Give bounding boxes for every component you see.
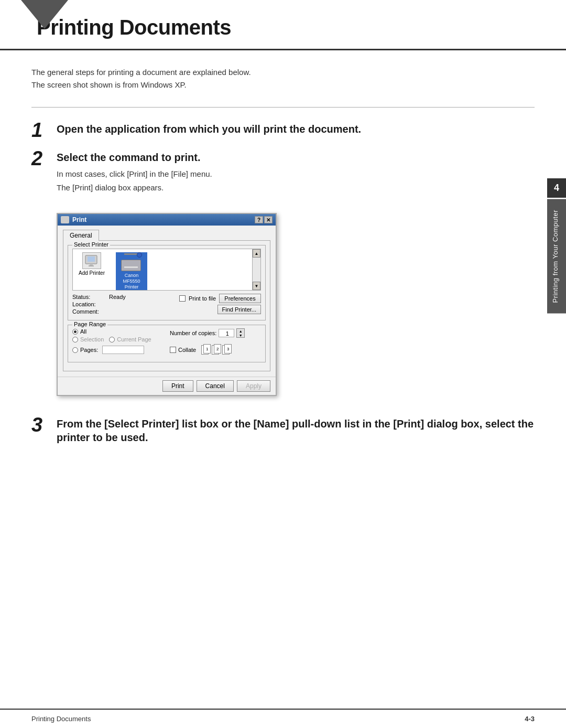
selection-current-row: Selection Current Page [72, 336, 164, 344]
header-triangle-decoration [21, 0, 68, 29]
dialog-titlebar: Print ? ✕ [58, 214, 276, 226]
all-radio[interactable] [72, 329, 78, 335]
print-to-file-label: Print to file [189, 295, 216, 302]
collate-page-6: 3 [224, 344, 232, 354]
location-line: Location: [72, 301, 175, 307]
titlebar-left: Print [61, 216, 86, 223]
page-range-right: Number of copies: 1 ▲ ▼ Collate [170, 328, 261, 358]
preferences-button[interactable]: Preferences [219, 294, 261, 303]
selection-radio[interactable] [72, 337, 78, 342]
current-page-radio-row: Current Page [109, 336, 151, 342]
page-header: Printing Documents [0, 0, 566, 50]
pages-radio-row: Pages: [72, 346, 164, 354]
step-2-heading: Select the command to print. [57, 151, 535, 164]
spin-down[interactable]: ▼ [237, 333, 244, 337]
step-2-number: 2 [31, 148, 57, 168]
step-3-number: 3 [31, 415, 57, 435]
page-footer: Printing Documents 4-3 [0, 709, 566, 728]
help-button[interactable]: ? [255, 216, 263, 223]
collate-icon: 1 1 2 2 3 3 [201, 343, 231, 357]
print-to-file-checkbox[interactable] [179, 295, 186, 302]
footer-page-number: 4-3 [525, 715, 535, 723]
all-radio-row: All [72, 328, 164, 335]
find-printer-button[interactable]: Find Printer... [217, 305, 261, 314]
dialog-body: General Select Printer [58, 226, 276, 377]
current-page-label: Current Page [117, 336, 151, 342]
select-printer-group: Select Printer [68, 245, 266, 320]
step-3: 3 From the [Select Printer] list box or … [31, 417, 535, 444]
apply-button[interactable]: Apply [237, 380, 270, 392]
comment-line: Comment: [72, 308, 175, 315]
step-2: 2 Select the command to print. In most c… [31, 151, 535, 194]
print-dialog-wrapper: Print ? ✕ General Select Printer [57, 213, 277, 396]
step-3-content: From the [Select Printer] list box or th… [57, 417, 535, 444]
printer-list-scrollbar[interactable]: ▲ ▼ [252, 249, 260, 290]
pages-radio[interactable] [72, 347, 78, 353]
location-key: Location: [72, 301, 109, 307]
collate-page-2: 1 [203, 344, 211, 354]
printer-icon [61, 216, 69, 223]
step-1-number: 1 [31, 120, 57, 140]
copies-spinner[interactable]: ▲ ▼ [236, 328, 245, 338]
status-info: Status: Ready Location: Com [72, 294, 175, 315]
collate-checkbox[interactable] [170, 347, 176, 353]
collate-label: Collate [178, 347, 196, 353]
comment-key: Comment: [72, 308, 109, 315]
add-printer-item[interactable]: Add Printer [76, 252, 107, 276]
printer-buttons: Print to file Preferences Find Printer..… [179, 294, 261, 314]
page-range-group: Page Range All Selection [68, 325, 266, 362]
copies-row: Number of copies: 1 ▲ ▼ [170, 328, 261, 338]
print-button[interactable]: Print [162, 380, 193, 392]
page-title: Printing Documents [31, 16, 535, 39]
copies-input[interactable]: 1 [219, 329, 234, 337]
printer-list: Add Printer [72, 249, 261, 291]
titlebar-controls[interactable]: ? ✕ [255, 216, 273, 223]
step-1-heading: Open the application from which you will… [57, 122, 535, 136]
section-divider [31, 107, 535, 108]
collate-row: Collate 1 1 2 2 3 3 [170, 343, 261, 357]
step-1: 1 Open the application from which you wi… [31, 122, 535, 140]
tab-general[interactable]: General [63, 230, 99, 241]
tab-content: Select Printer [63, 240, 270, 371]
main-content: The general steps for printing a documen… [0, 50, 566, 476]
tab-area: General [63, 230, 270, 240]
pages-label: Pages: [80, 347, 98, 353]
status-line: Status: Ready [72, 294, 175, 300]
svg-rect-3 [89, 265, 94, 266]
intro-text: The general steps for printing a documen… [31, 66, 535, 91]
cancel-button[interactable]: Cancel [197, 380, 234, 392]
selection-radio-row: Selection [72, 336, 104, 342]
scroll-down-arrow[interactable]: ▼ [253, 282, 260, 290]
printer-status-area: Status: Ready Location: Com [72, 294, 261, 315]
collate-page-4: 2 [214, 344, 221, 354]
selection-label: Selection [80, 336, 104, 342]
svg-rect-2 [90, 264, 93, 265]
dialog-title: Print [72, 216, 86, 223]
svg-rect-1 [88, 256, 95, 262]
close-button[interactable]: ✕ [264, 216, 273, 223]
step-2-body: In most cases, click [Print] in the [Fil… [57, 167, 535, 194]
page-range-content: All Selection Current Page [72, 328, 261, 358]
status-key: Status: [72, 294, 109, 300]
spin-up[interactable]: ▲ [237, 329, 244, 333]
chapter-label: Printing from Your Computer [547, 199, 566, 314]
add-printer-icon [82, 252, 101, 269]
step-1-content: Open the application from which you will… [57, 122, 535, 136]
print-dialog: Print ? ✕ General Select Printer [57, 213, 277, 396]
canon-printer-item[interactable]: CanonMF5550Printer [116, 252, 147, 290]
page-range-label: Page Range [72, 321, 107, 327]
copies-label: Number of copies: [170, 330, 216, 336]
status-val: Ready [109, 294, 175, 300]
status-row: Status: Ready Location: Com [72, 294, 261, 315]
scroll-up-arrow[interactable]: ▲ [253, 249, 260, 258]
all-label: All [80, 328, 86, 335]
dialog-footer: Print Cancel Apply [58, 377, 276, 395]
current-page-radio[interactable] [109, 337, 115, 342]
canon-printer-label: CanonMF5550Printer [122, 272, 141, 290]
page-range-left: All Selection Current Page [72, 328, 164, 358]
add-printer-label: Add Printer [79, 270, 105, 276]
step-2-content: Select the command to print. In most cas… [57, 151, 535, 194]
step-3-heading: From the [Select Printer] list box or th… [57, 417, 535, 444]
status-area: Status: Ready Location: Com [72, 294, 261, 315]
pages-input[interactable] [102, 346, 144, 354]
